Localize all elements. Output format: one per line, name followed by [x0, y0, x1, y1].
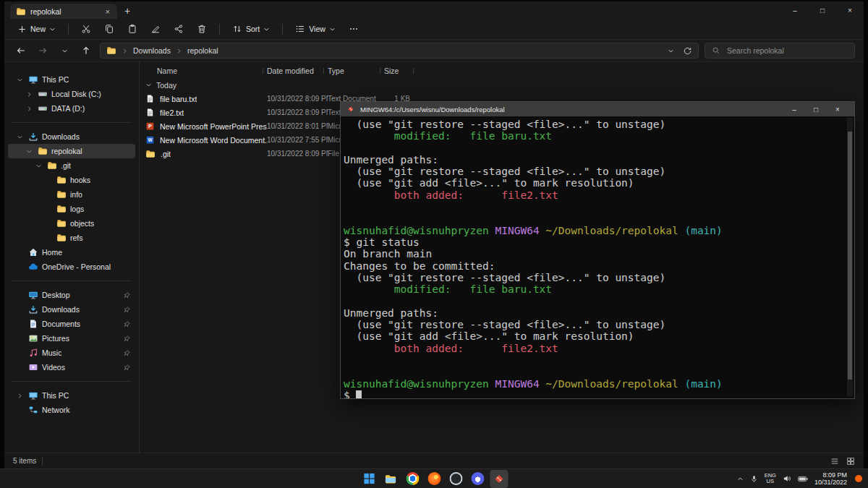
- window-controls: – □ ×: [781, 1, 864, 19]
- taskbar-dark-app-icon[interactable]: [447, 470, 465, 488]
- chevron-down-icon[interactable]: [34, 163, 43, 169]
- sidebar-item-label: Network: [42, 406, 70, 414]
- sidebar-item-this-pc[interactable]: This PC: [8, 388, 135, 403]
- terminal-minimize-button[interactable]: –: [783, 106, 805, 114]
- sidebar-item-downloads[interactable]: Downloads: [8, 129, 135, 144]
- pin-icon: [123, 364, 131, 372]
- tray-chevron-up-icon[interactable]: [737, 476, 744, 482]
- search-box[interactable]: [705, 43, 855, 59]
- file-date-modified: 10/31/2022 8:09 PM: [267, 150, 328, 158]
- taskbar-firefox-icon[interactable]: [425, 470, 443, 488]
- chevron-right-icon[interactable]: [15, 393, 25, 399]
- sidebar-item-label: Music: [42, 348, 61, 357]
- speaker-icon[interactable]: [783, 474, 791, 483]
- breadcrumb-downloads[interactable]: Downloads: [133, 46, 171, 55]
- sidebar-item-label: Desktop: [42, 291, 70, 299]
- sidebar-item-logs[interactable]: logs: [8, 202, 135, 216]
- sidebar-item-refs[interactable]: refs: [8, 231, 135, 245]
- drive-icon: [37, 89, 48, 99]
- sidebar-item-hooks[interactable]: hooks: [8, 173, 135, 187]
- paste-button[interactable]: [122, 22, 143, 36]
- sidebar-item-objects[interactable]: objects: [8, 216, 135, 231]
- battery-icon[interactable]: [798, 476, 808, 482]
- group-header-today[interactable]: Today: [140, 78, 864, 92]
- terminal-titlebar[interactable]: MINGW64:/c/Users/wisnu/Downloads/repolok…: [341, 102, 854, 116]
- close-button[interactable]: ×: [836, 7, 864, 14]
- explorer-tab[interactable]: repolokal ×: [10, 4, 117, 19]
- sidebar-item-documents[interactable]: Documents: [8, 317, 135, 331]
- chevron-down-icon[interactable]: [15, 134, 25, 140]
- mic-icon[interactable]: [750, 475, 758, 483]
- up-button[interactable]: [78, 43, 94, 59]
- sidebar-item-pictures[interactable]: Pictures: [8, 331, 135, 346]
- sidebar-item-downloads[interactable]: Downloads: [8, 302, 135, 317]
- recent-locations-button[interactable]: [56, 43, 72, 59]
- sidebar-item-local-disk-c[interactable]: Local Disk (C:): [8, 87, 135, 101]
- cut-button[interactable]: [75, 22, 97, 36]
- copy-button[interactable]: [98, 22, 120, 36]
- chevron-right-icon[interactable]: [25, 106, 34, 112]
- breadcrumb-repolokal[interactable]: repolokal: [187, 46, 218, 55]
- sidebar-item-this-pc[interactable]: This PC: [8, 72, 135, 87]
- new-tab-button[interactable]: +: [124, 5, 130, 17]
- sidebar-item-repolokal[interactable]: repolokal: [8, 144, 135, 158]
- back-button[interactable]: [13, 43, 29, 59]
- sidebar-item-music[interactable]: Music: [8, 346, 135, 360]
- sidebar-item-videos[interactable]: Videos: [8, 360, 135, 374]
- clock[interactable]: 8:09 PM 10/31/2022: [814, 471, 847, 487]
- search-input[interactable]: [726, 46, 848, 56]
- notification-badge[interactable]: [855, 475, 862, 482]
- chevron-right-icon[interactable]: [25, 91, 34, 98]
- forward-button[interactable]: [35, 43, 51, 59]
- status-separator: [42, 457, 43, 466]
- sidebar-item-label: Downloads: [42, 132, 80, 141]
- terminal-line: [344, 201, 844, 213]
- refresh-icon[interactable]: [683, 46, 692, 56]
- sidebar-item-desktop[interactable]: Desktop: [8, 288, 135, 302]
- sidebar-item-onedrive-personal[interactable]: OneDrive - Personal: [8, 260, 135, 274]
- column-header-type[interactable]: Type: [328, 67, 384, 75]
- terminal-line: [344, 354, 844, 366]
- file-name: WNew Microsoft Word Document.docx: [145, 135, 267, 145]
- maximize-button[interactable]: □: [809, 7, 836, 14]
- share-button[interactable]: [168, 22, 190, 36]
- address-dropdown-icon[interactable]: [668, 48, 674, 54]
- terminal-window[interactable]: MINGW64:/c/Users/wisnu/Downloads/repolok…: [340, 101, 855, 399]
- taskbar-chrome-icon[interactable]: [404, 470, 422, 488]
- delete-button[interactable]: [191, 22, 213, 36]
- sidebar-item-label: hooks: [70, 176, 90, 184]
- taskbar-file-explorer-icon[interactable]: [382, 470, 400, 488]
- taskbar-git-bash-icon[interactable]: [490, 470, 509, 488]
- pin-icon: [123, 306, 131, 314]
- new-button[interactable]: New: [12, 22, 61, 36]
- rename-button[interactable]: [145, 22, 166, 36]
- copy-icon: [104, 24, 114, 34]
- column-header-name[interactable]: Name: [145, 67, 267, 75]
- tab-title: repolokal: [30, 7, 100, 16]
- details-view-button[interactable]: [830, 457, 839, 466]
- column-header-size[interactable]: Size: [384, 67, 417, 75]
- large-icons-view-button[interactable]: [846, 457, 855, 466]
- sidebar-item-git[interactable]: .git: [8, 158, 135, 173]
- terminal-maximize-button[interactable]: □: [805, 106, 827, 114]
- sidebar-item-info[interactable]: info: [8, 187, 135, 202]
- column-header-date-modified[interactable]: Date modified: [267, 67, 328, 75]
- minimize-button[interactable]: –: [781, 7, 809, 14]
- taskbar-blue-app-icon[interactable]: [469, 470, 487, 488]
- more-options-button[interactable]: [343, 22, 365, 36]
- terminal-scrollbar[interactable]: [847, 118, 853, 396]
- scrollbar-thumb[interactable]: [848, 132, 852, 380]
- taskbar-start-icon[interactable]: [360, 470, 378, 488]
- view-button[interactable]: View: [289, 22, 341, 36]
- terminal-close-button[interactable]: ×: [827, 106, 848, 114]
- address-bar[interactable]: Downloads repolokal: [100, 43, 699, 59]
- sidebar-item-network[interactable]: Network: [8, 403, 135, 417]
- chevron-down-icon[interactable]: [15, 77, 25, 83]
- tab-close-icon[interactable]: ×: [104, 7, 111, 16]
- sidebar-item-home[interactable]: Home: [8, 245, 135, 260]
- chevron-down-icon[interactable]: [25, 148, 34, 155]
- terminal-output[interactable]: (use "git restore --staged <file>..." to…: [341, 116, 854, 398]
- sidebar-item-data-d[interactable]: DATA (D:): [8, 101, 135, 116]
- language-indicator[interactable]: ENG US: [765, 473, 776, 484]
- sort-button[interactable]: Sort: [226, 22, 276, 36]
